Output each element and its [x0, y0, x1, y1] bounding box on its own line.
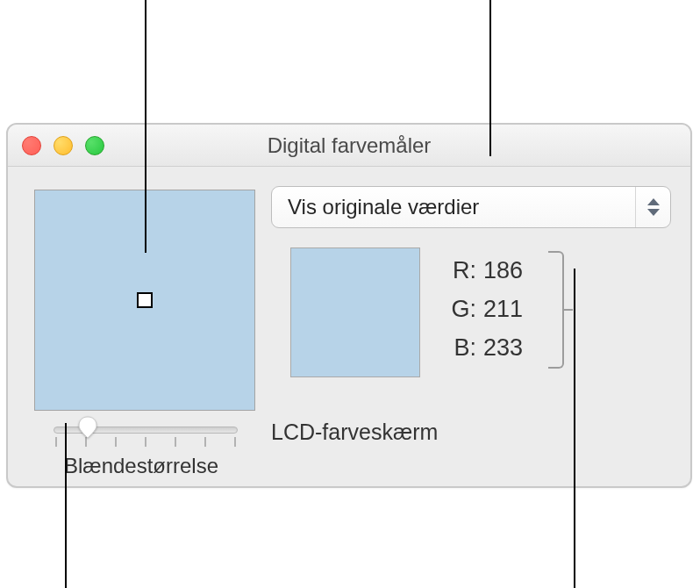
window-title: Digital farvemåler — [8, 133, 690, 158]
rgb-row-r: R: 186 — [441, 251, 536, 290]
r-label: R: — [441, 257, 476, 284]
b-value: 233 — [483, 334, 536, 362]
g-value: 211 — [483, 296, 536, 323]
display-profile-label: LCD-farveskærm — [271, 419, 438, 445]
b-label: B: — [441, 334, 476, 362]
titlebar: Digital farvemåler — [8, 125, 690, 167]
rgb-readout: R: 186 G: 211 B: 233 — [441, 251, 536, 367]
color-swatch — [290, 247, 420, 377]
app-window: Digital farvemåler Vis originale værdier… — [6, 123, 692, 488]
chevron-up-icon — [647, 198, 660, 205]
aperture-size-slider[interactable] — [54, 427, 238, 434]
chevron-down-icon — [647, 209, 660, 216]
aperture-marker-icon — [137, 292, 153, 308]
r-value: 186 — [483, 257, 536, 284]
zoom-button[interactable] — [85, 136, 104, 155]
rgb-row-g: G: 211 — [441, 290, 536, 328]
aperture-size-label: Blændestørrelse — [36, 454, 246, 478]
minimize-button[interactable] — [54, 136, 73, 155]
display-mode-select[interactable]: Vis originale værdier — [271, 186, 671, 228]
window-content: Vis originale værdier R: 186 G: 211 B: 2… — [8, 167, 690, 486]
rgb-bracket-icon — [548, 251, 564, 369]
window-controls — [22, 136, 104, 155]
close-button[interactable] — [22, 136, 41, 155]
slider-thumb-icon[interactable] — [75, 415, 100, 440]
aperture-size-control: Blændestørrelse — [54, 427, 238, 478]
rgb-row-b: B: 233 — [441, 328, 536, 367]
select-stepper-icon — [635, 187, 670, 227]
g-label: G: — [441, 296, 476, 323]
display-mode-value: Vis originale værdier — [288, 195, 479, 219]
